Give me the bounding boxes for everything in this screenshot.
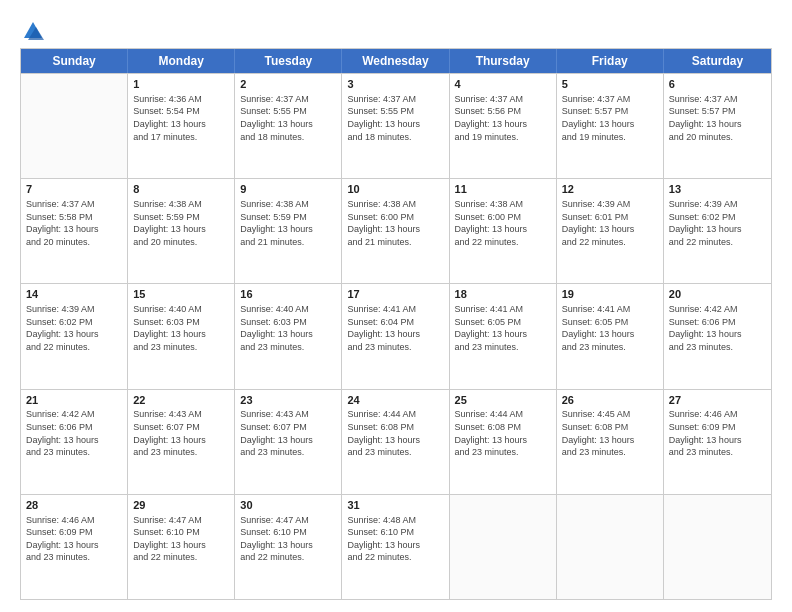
cal-cell: 25Sunrise: 4:44 AM Sunset: 6:08 PM Dayli… (450, 390, 557, 494)
cell-info: Sunrise: 4:39 AM Sunset: 6:01 PM Dayligh… (562, 198, 658, 248)
cell-date: 15 (133, 287, 229, 302)
cell-date: 24 (347, 393, 443, 408)
cal-header-tuesday: Tuesday (235, 49, 342, 73)
cell-info: Sunrise: 4:38 AM Sunset: 5:59 PM Dayligh… (133, 198, 229, 248)
cal-cell: 7Sunrise: 4:37 AM Sunset: 5:58 PM Daylig… (21, 179, 128, 283)
cell-date: 13 (669, 182, 766, 197)
cell-info: Sunrise: 4:42 AM Sunset: 6:06 PM Dayligh… (669, 303, 766, 353)
cal-cell: 5Sunrise: 4:37 AM Sunset: 5:57 PM Daylig… (557, 74, 664, 178)
cal-cell: 17Sunrise: 4:41 AM Sunset: 6:04 PM Dayli… (342, 284, 449, 388)
cell-date: 28 (26, 498, 122, 513)
cal-cell: 15Sunrise: 4:40 AM Sunset: 6:03 PM Dayli… (128, 284, 235, 388)
cell-info: Sunrise: 4:37 AM Sunset: 5:58 PM Dayligh… (26, 198, 122, 248)
cell-info: Sunrise: 4:42 AM Sunset: 6:06 PM Dayligh… (26, 408, 122, 458)
cell-date: 20 (669, 287, 766, 302)
cal-cell: 18Sunrise: 4:41 AM Sunset: 6:05 PM Dayli… (450, 284, 557, 388)
cal-cell (21, 74, 128, 178)
cal-cell (664, 495, 771, 599)
cell-date: 31 (347, 498, 443, 513)
cal-cell: 1Sunrise: 4:36 AM Sunset: 5:54 PM Daylig… (128, 74, 235, 178)
cal-cell: 16Sunrise: 4:40 AM Sunset: 6:03 PM Dayli… (235, 284, 342, 388)
cell-date: 16 (240, 287, 336, 302)
cal-cell: 19Sunrise: 4:41 AM Sunset: 6:05 PM Dayli… (557, 284, 664, 388)
cal-header-thursday: Thursday (450, 49, 557, 73)
cal-cell: 4Sunrise: 4:37 AM Sunset: 5:56 PM Daylig… (450, 74, 557, 178)
cell-date: 2 (240, 77, 336, 92)
cal-cell: 10Sunrise: 4:38 AM Sunset: 6:00 PM Dayli… (342, 179, 449, 283)
cal-header-sunday: Sunday (21, 49, 128, 73)
header (20, 16, 772, 42)
cal-cell: 30Sunrise: 4:47 AM Sunset: 6:10 PM Dayli… (235, 495, 342, 599)
cell-info: Sunrise: 4:37 AM Sunset: 5:57 PM Dayligh… (562, 93, 658, 143)
cell-date: 9 (240, 182, 336, 197)
cell-info: Sunrise: 4:46 AM Sunset: 6:09 PM Dayligh… (669, 408, 766, 458)
cell-info: Sunrise: 4:40 AM Sunset: 6:03 PM Dayligh… (133, 303, 229, 353)
cal-row-1: 7Sunrise: 4:37 AM Sunset: 5:58 PM Daylig… (21, 178, 771, 283)
cal-cell: 11Sunrise: 4:38 AM Sunset: 6:00 PM Dayli… (450, 179, 557, 283)
cell-date: 1 (133, 77, 229, 92)
cell-date: 17 (347, 287, 443, 302)
cell-info: Sunrise: 4:43 AM Sunset: 6:07 PM Dayligh… (240, 408, 336, 458)
cell-date: 21 (26, 393, 122, 408)
cal-cell: 21Sunrise: 4:42 AM Sunset: 6:06 PM Dayli… (21, 390, 128, 494)
cell-info: Sunrise: 4:44 AM Sunset: 6:08 PM Dayligh… (347, 408, 443, 458)
cell-info: Sunrise: 4:44 AM Sunset: 6:08 PM Dayligh… (455, 408, 551, 458)
logo (20, 20, 44, 42)
cell-info: Sunrise: 4:37 AM Sunset: 5:56 PM Dayligh… (455, 93, 551, 143)
cal-cell: 14Sunrise: 4:39 AM Sunset: 6:02 PM Dayli… (21, 284, 128, 388)
cal-cell: 6Sunrise: 4:37 AM Sunset: 5:57 PM Daylig… (664, 74, 771, 178)
cal-cell: 8Sunrise: 4:38 AM Sunset: 5:59 PM Daylig… (128, 179, 235, 283)
cell-date: 18 (455, 287, 551, 302)
calendar-header-row: SundayMondayTuesdayWednesdayThursdayFrid… (21, 49, 771, 73)
cal-row-3: 21Sunrise: 4:42 AM Sunset: 6:06 PM Dayli… (21, 389, 771, 494)
cell-date: 8 (133, 182, 229, 197)
cell-date: 4 (455, 77, 551, 92)
cal-header-wednesday: Wednesday (342, 49, 449, 73)
cell-info: Sunrise: 4:37 AM Sunset: 5:55 PM Dayligh… (347, 93, 443, 143)
cell-date: 23 (240, 393, 336, 408)
cal-cell: 3Sunrise: 4:37 AM Sunset: 5:55 PM Daylig… (342, 74, 449, 178)
cal-cell: 20Sunrise: 4:42 AM Sunset: 6:06 PM Dayli… (664, 284, 771, 388)
cal-cell: 2Sunrise: 4:37 AM Sunset: 5:55 PM Daylig… (235, 74, 342, 178)
cell-date: 6 (669, 77, 766, 92)
cell-date: 27 (669, 393, 766, 408)
cell-info: Sunrise: 4:46 AM Sunset: 6:09 PM Dayligh… (26, 514, 122, 564)
cal-cell: 27Sunrise: 4:46 AM Sunset: 6:09 PM Dayli… (664, 390, 771, 494)
cal-cell (450, 495, 557, 599)
cal-cell: 22Sunrise: 4:43 AM Sunset: 6:07 PM Dayli… (128, 390, 235, 494)
cal-cell: 24Sunrise: 4:44 AM Sunset: 6:08 PM Dayli… (342, 390, 449, 494)
cell-date: 26 (562, 393, 658, 408)
cal-cell: 31Sunrise: 4:48 AM Sunset: 6:10 PM Dayli… (342, 495, 449, 599)
page: SundayMondayTuesdayWednesdayThursdayFrid… (0, 0, 792, 612)
cell-info: Sunrise: 4:41 AM Sunset: 6:05 PM Dayligh… (455, 303, 551, 353)
cal-row-4: 28Sunrise: 4:46 AM Sunset: 6:09 PM Dayli… (21, 494, 771, 599)
cell-date: 12 (562, 182, 658, 197)
cal-cell: 13Sunrise: 4:39 AM Sunset: 6:02 PM Dayli… (664, 179, 771, 283)
calendar-body: 1Sunrise: 4:36 AM Sunset: 5:54 PM Daylig… (21, 73, 771, 599)
cell-info: Sunrise: 4:36 AM Sunset: 5:54 PM Dayligh… (133, 93, 229, 143)
cell-info: Sunrise: 4:38 AM Sunset: 6:00 PM Dayligh… (347, 198, 443, 248)
cal-cell: 29Sunrise: 4:47 AM Sunset: 6:10 PM Dayli… (128, 495, 235, 599)
calendar: SundayMondayTuesdayWednesdayThursdayFrid… (20, 48, 772, 600)
cell-date: 19 (562, 287, 658, 302)
cal-cell: 12Sunrise: 4:39 AM Sunset: 6:01 PM Dayli… (557, 179, 664, 283)
cal-row-2: 14Sunrise: 4:39 AM Sunset: 6:02 PM Dayli… (21, 283, 771, 388)
cell-info: Sunrise: 4:43 AM Sunset: 6:07 PM Dayligh… (133, 408, 229, 458)
cell-date: 22 (133, 393, 229, 408)
cell-date: 7 (26, 182, 122, 197)
cell-date: 25 (455, 393, 551, 408)
cal-cell (557, 495, 664, 599)
cell-info: Sunrise: 4:41 AM Sunset: 6:04 PM Dayligh… (347, 303, 443, 353)
cal-cell: 23Sunrise: 4:43 AM Sunset: 6:07 PM Dayli… (235, 390, 342, 494)
cell-info: Sunrise: 4:41 AM Sunset: 6:05 PM Dayligh… (562, 303, 658, 353)
cell-info: Sunrise: 4:39 AM Sunset: 6:02 PM Dayligh… (669, 198, 766, 248)
cell-date: 30 (240, 498, 336, 513)
cal-row-0: 1Sunrise: 4:36 AM Sunset: 5:54 PM Daylig… (21, 73, 771, 178)
cell-date: 11 (455, 182, 551, 197)
cell-date: 29 (133, 498, 229, 513)
logo-icon (22, 20, 44, 42)
cal-header-friday: Friday (557, 49, 664, 73)
cell-info: Sunrise: 4:40 AM Sunset: 6:03 PM Dayligh… (240, 303, 336, 353)
cal-cell: 26Sunrise: 4:45 AM Sunset: 6:08 PM Dayli… (557, 390, 664, 494)
cell-info: Sunrise: 4:47 AM Sunset: 6:10 PM Dayligh… (240, 514, 336, 564)
